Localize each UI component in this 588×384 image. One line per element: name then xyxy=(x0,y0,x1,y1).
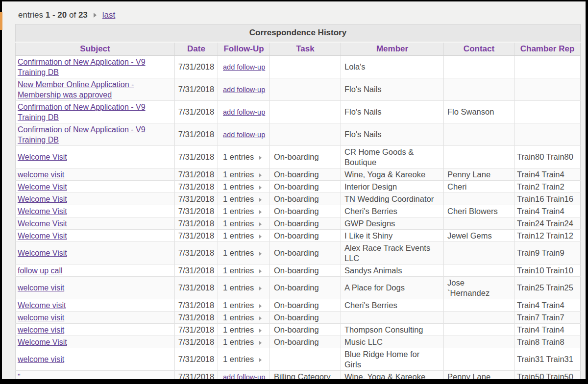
chamber-rep-cell: Train4 Train4 xyxy=(514,299,581,312)
subject-link[interactable]: welcome visit xyxy=(18,355,64,363)
subject-cell: Welcome visit xyxy=(16,299,175,312)
followup-cell[interactable]: 1 entries xyxy=(218,299,270,312)
followup-cell[interactable]: 1 entries xyxy=(218,312,270,324)
last-page-link[interactable]: last xyxy=(102,10,115,20)
followup-cell[interactable]: 1 entries xyxy=(218,336,270,348)
table-row: Welcome Visit7/31/20181 entriesOn-boardi… xyxy=(16,193,581,205)
task-cell: On-boarding xyxy=(270,168,341,181)
expand-arrow-icon[interactable] xyxy=(259,222,262,226)
table-row: welcome visit7/31/20181 entriesBlue Ridg… xyxy=(16,348,581,371)
contact-cell xyxy=(444,56,514,78)
contact-cell: Jose `Hernandez xyxy=(444,277,514,299)
subject-link[interactable]: Confirmation of New Application - V9 Tra… xyxy=(18,125,146,144)
expand-arrow-icon[interactable] xyxy=(259,156,262,160)
expand-arrow-icon[interactable] xyxy=(259,269,262,273)
add-follow-up-link[interactable]: add follow-up xyxy=(223,108,265,116)
contact-cell xyxy=(444,78,514,101)
next-page-arrow-icon[interactable] xyxy=(94,13,97,18)
table-row: welcome visit7/31/20181 entriesOn-boardi… xyxy=(16,168,581,181)
subject-link[interactable]: Welcome Visit xyxy=(18,183,67,191)
expand-arrow-icon[interactable] xyxy=(259,316,262,320)
add-follow-up-link[interactable]: add follow-up xyxy=(223,131,265,139)
subject-link[interactable]: welcome visit xyxy=(18,284,64,292)
followup-cell[interactable]: 1 entries xyxy=(218,146,270,168)
subject-link[interactable]: Confirmation of New Application - V9 Tra… xyxy=(18,58,146,76)
expand-arrow-icon[interactable] xyxy=(259,304,262,308)
expand-arrow-icon[interactable] xyxy=(259,210,262,214)
followup-cell[interactable]: 1 entries xyxy=(218,230,270,242)
table-row: "7/31/2018add follow-upBilling CategoryW… xyxy=(16,371,581,380)
followup-cell[interactable]: 1 entries xyxy=(218,193,270,205)
add-follow-up-link[interactable]: add follow-up xyxy=(223,63,265,71)
expand-arrow-icon[interactable] xyxy=(259,252,262,256)
task-cell: On-boarding xyxy=(270,324,341,336)
expand-arrow-icon[interactable] xyxy=(259,329,262,333)
subject-link[interactable]: welcome visit xyxy=(18,313,64,322)
subject-link[interactable]: Welcome Visit xyxy=(18,249,67,257)
subject-link[interactable]: Welcome Visit xyxy=(18,232,67,240)
task-cell xyxy=(270,348,341,371)
task-cell: On-boarding xyxy=(270,312,341,324)
contact-cell: Cheri Blowers xyxy=(444,205,514,217)
followup-cell[interactable]: 1 entries xyxy=(218,348,270,371)
task-cell: On-boarding xyxy=(270,264,341,277)
member-cell: Blue Ridge Home for Girls xyxy=(341,348,444,371)
subject-link[interactable]: Welcome Visit xyxy=(18,195,67,203)
subject-link[interactable]: welcome visit xyxy=(18,326,64,334)
table-body: Confirmation of New Application - V9 Tra… xyxy=(16,56,581,380)
date-cell: 7/31/2018 xyxy=(175,205,218,217)
expand-arrow-icon[interactable] xyxy=(259,198,262,202)
date-cell: 7/31/2018 xyxy=(175,348,218,371)
subject-link[interactable]: welcome visit xyxy=(18,170,64,179)
followup-cell[interactable]: 1 entries xyxy=(218,277,270,299)
date-cell: 7/31/2018 xyxy=(175,181,218,193)
subject-cell: Welcome Visit xyxy=(16,181,175,193)
subject-link[interactable]: " xyxy=(18,373,21,379)
chamber-rep-cell: Train4 Train4 xyxy=(514,168,581,181)
followup-cell[interactable]: 1 entries xyxy=(218,264,270,277)
date-cell: 7/31/2018 xyxy=(175,277,218,299)
contact-cell xyxy=(444,348,514,371)
table-row: Welcome Visit7/31/20181 entriesOn-boardi… xyxy=(16,242,581,264)
followup-cell[interactable]: 1 entries xyxy=(218,324,270,336)
followup-cell[interactable]: 1 entries xyxy=(218,205,270,217)
follow-up-entries-label: 1 entries xyxy=(223,301,254,310)
subject-cell: welcome visit xyxy=(16,168,175,181)
task-cell xyxy=(270,101,341,123)
subject-link[interactable]: Welcome visit xyxy=(18,301,66,310)
member-cell: A Place for Dogs xyxy=(341,277,444,299)
page-background: entries 1 - 20 of 23 last Correspondence… xyxy=(2,1,586,379)
expand-arrow-icon[interactable] xyxy=(259,186,262,190)
member-cell: Music LLC xyxy=(341,336,444,348)
subject-link[interactable]: follow up call xyxy=(18,266,63,275)
expand-arrow-icon[interactable] xyxy=(259,173,262,177)
subject-cell: Welcome Visit xyxy=(16,205,175,217)
subject-link[interactable]: Welcome Visit xyxy=(18,153,67,161)
subject-link[interactable]: Welcome Visit xyxy=(18,338,67,346)
followup-cell[interactable]: 1 entries xyxy=(218,168,270,181)
followup-cell[interactable]: 1 entries xyxy=(218,217,270,230)
member-cell: Lola's xyxy=(341,56,444,78)
followup-cell[interactable]: 1 entries xyxy=(218,242,270,264)
correspondence-table: Correspondence History SubjectDateFollow… xyxy=(15,24,581,379)
subject-link[interactable]: Confirmation of New Application - V9 Tra… xyxy=(18,103,146,121)
subject-cell: welcome visit xyxy=(16,348,175,371)
expand-arrow-icon[interactable] xyxy=(259,341,262,345)
date-cell: 7/31/2018 xyxy=(175,101,218,123)
member-cell: Interior Design xyxy=(341,181,444,193)
followup-cell[interactable]: 1 entries xyxy=(218,181,270,193)
expand-arrow-icon[interactable] xyxy=(259,358,262,362)
task-cell xyxy=(270,78,341,101)
subject-link[interactable]: Welcome Visit xyxy=(18,207,67,216)
date-cell: 7/31/2018 xyxy=(175,299,218,312)
add-follow-up-link[interactable]: add follow-up xyxy=(223,373,265,380)
expand-arrow-icon[interactable] xyxy=(259,235,262,239)
expand-arrow-icon[interactable] xyxy=(259,287,262,290)
chamber-rep-cell xyxy=(514,101,581,123)
subject-link[interactable]: Welcome Visit xyxy=(18,219,67,228)
add-follow-up-link[interactable]: add follow-up xyxy=(223,86,265,94)
table-row: Welcome Visit7/31/20181 entriesOn-boardi… xyxy=(16,336,581,348)
followup-cell: add follow-up xyxy=(218,101,270,123)
subject-link[interactable]: New Member Online Application - Membersh… xyxy=(18,80,134,99)
date-cell: 7/31/2018 xyxy=(175,217,218,230)
